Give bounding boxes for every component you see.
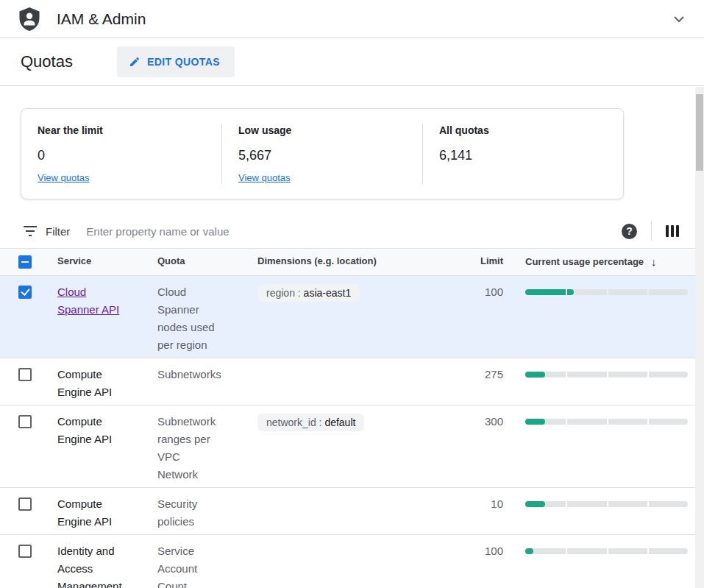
row-checkbox[interactable] bbox=[18, 497, 32, 511]
column-header-service[interactable]: Service bbox=[49, 255, 149, 266]
summary-low-usage: Low usage 5,667 View quotas bbox=[221, 124, 422, 184]
bar-segment-divider bbox=[607, 371, 608, 378]
help-icon[interactable]: ? bbox=[622, 224, 637, 239]
bar-segment-divider bbox=[607, 548, 608, 555]
quota-name: Cloud Spanner nodes used per region bbox=[157, 283, 219, 354]
limit-value: 275 bbox=[485, 368, 503, 380]
quota-name: Service Account Count bbox=[157, 542, 219, 588]
service-link[interactable]: Cloud Spanner API bbox=[57, 283, 122, 319]
bar-segment-divider bbox=[566, 288, 567, 296]
scrollbar-thumb[interactable] bbox=[696, 94, 703, 171]
page-title: Quotas bbox=[21, 52, 73, 71]
bar-segment-divider bbox=[647, 371, 649, 378]
bar-segment-divider bbox=[566, 500, 567, 508]
filter-label: Filter bbox=[46, 225, 70, 238]
bar-segment-divider bbox=[647, 548, 649, 555]
column-header-quota[interactable]: Quota bbox=[149, 255, 249, 266]
usage-bar-fill bbox=[525, 501, 545, 507]
view-quotas-link[interactable]: View quotas bbox=[238, 172, 291, 184]
app-header: IAM & Admin bbox=[0, 0, 704, 38]
chevron-down-icon[interactable] bbox=[673, 13, 685, 25]
usage-bar bbox=[525, 289, 688, 295]
summary-value: 0 bbox=[38, 147, 221, 163]
quota-name: Security policies bbox=[157, 495, 219, 531]
usage-bar bbox=[525, 501, 688, 507]
table-row: Compute Engine API Subnetworks 275 bbox=[0, 358, 695, 405]
column-header-dimensions[interactable]: Dimensions (e.g. location) bbox=[249, 255, 442, 266]
bar-segment-divider bbox=[566, 371, 567, 378]
limit-value: 10 bbox=[491, 497, 503, 510]
table-header-row: Service Quota Dimensions (e.g. location)… bbox=[0, 249, 695, 276]
row-checkbox[interactable] bbox=[18, 286, 32, 299]
service-name: Compute Engine API bbox=[57, 366, 122, 401]
usage-bar-fill bbox=[525, 548, 533, 554]
usage-bar bbox=[525, 548, 688, 554]
summary-value: 6,141 bbox=[439, 147, 623, 163]
row-checkbox[interactable] bbox=[18, 415, 32, 428]
dimension-key: network_id bbox=[266, 414, 324, 431]
quotas-table: Service Quota Dimensions (e.g. location)… bbox=[0, 248, 695, 588]
dimension-chip: network_iddefault bbox=[257, 414, 364, 431]
summary-all-quotas: All quotas 6,141 bbox=[422, 124, 623, 184]
table-row: Cloud Spanner API Cloud Spanner nodes us… bbox=[0, 276, 695, 358]
filter-bar: Filter ? bbox=[0, 214, 695, 248]
column-display-icon[interactable] bbox=[666, 225, 679, 237]
edit-quotas-button[interactable]: EDIT QUOTAS bbox=[117, 46, 235, 77]
limit-value: 300 bbox=[485, 415, 503, 428]
filter-icon bbox=[24, 226, 37, 236]
column-header-limit[interactable]: Limit bbox=[442, 255, 503, 266]
summary-near-limit: Near the limit 0 View quotas bbox=[21, 124, 221, 184]
sort-descending-icon: ↓ bbox=[651, 255, 657, 268]
quota-name: Subnetwork ranges per VPC Network bbox=[157, 413, 219, 483]
service-name: Compute Engine API bbox=[57, 495, 122, 531]
usage-bar bbox=[525, 372, 688, 378]
row-checkbox[interactable] bbox=[18, 545, 32, 558]
bar-segment-divider bbox=[647, 418, 649, 425]
table-row: Compute Engine API Subnetwork ranges per… bbox=[0, 405, 695, 488]
usage-bar-fill bbox=[525, 419, 545, 425]
select-all-checkbox[interactable] bbox=[18, 255, 32, 269]
iam-shield-icon bbox=[18, 7, 40, 31]
bar-segment-divider bbox=[607, 418, 608, 425]
usage-bar-fill bbox=[525, 372, 545, 378]
summary-value: 5,667 bbox=[238, 147, 422, 163]
bar-segment-divider bbox=[647, 288, 649, 296]
page-content: Near the limit 0 View quotas Low usage 5… bbox=[0, 108, 695, 588]
column-header-usage[interactable]: Current usage percentage ↓ bbox=[503, 255, 695, 268]
table-row: Identity and Access Management Service A… bbox=[0, 535, 695, 588]
page-header: Quotas EDIT QUOTAS bbox=[0, 38, 704, 86]
dimension-value: default bbox=[324, 414, 355, 431]
table-row: Compute Engine API Security policies 10 bbox=[0, 488, 695, 535]
summary-label: Near the limit bbox=[38, 124, 221, 137]
view-quotas-link[interactable]: View quotas bbox=[38, 172, 90, 184]
dimension-key: region bbox=[266, 285, 304, 301]
summary-label: Low usage bbox=[238, 124, 422, 137]
service-name: Identity and Access Management bbox=[57, 542, 122, 588]
bar-segment-divider bbox=[647, 500, 649, 508]
quota-name: Subnetworks bbox=[157, 366, 219, 383]
limit-value: 100 bbox=[485, 286, 503, 298]
service-name: Compute Engine API bbox=[57, 413, 122, 448]
usage-bar bbox=[525, 419, 688, 425]
bar-segment-divider bbox=[566, 548, 567, 555]
row-checkbox[interactable] bbox=[18, 368, 32, 381]
summary-label: All quotas bbox=[439, 124, 623, 137]
bar-segment-divider bbox=[566, 418, 567, 425]
app-title: IAM & Admin bbox=[57, 10, 146, 28]
pencil-icon bbox=[129, 56, 141, 68]
filter-input[interactable] bbox=[85, 224, 622, 238]
column-header-usage-label: Current usage percentage bbox=[525, 256, 644, 267]
dimension-value: asia-east1 bbox=[304, 285, 352, 301]
dimension-chip: regionasia-east1 bbox=[257, 284, 360, 302]
quotas-page: IAM & Admin Quotas EDIT QUOTAS Near the … bbox=[0, 0, 704, 588]
bar-segment-divider bbox=[607, 500, 608, 508]
summary-card: Near the limit 0 View quotas Low usage 5… bbox=[21, 108, 624, 199]
limit-value: 100 bbox=[485, 545, 503, 557]
scrollbar[interactable] bbox=[695, 87, 704, 588]
bar-segment-divider bbox=[607, 288, 608, 296]
edit-quotas-label: EDIT QUOTAS bbox=[147, 56, 220, 68]
divider bbox=[651, 222, 652, 241]
